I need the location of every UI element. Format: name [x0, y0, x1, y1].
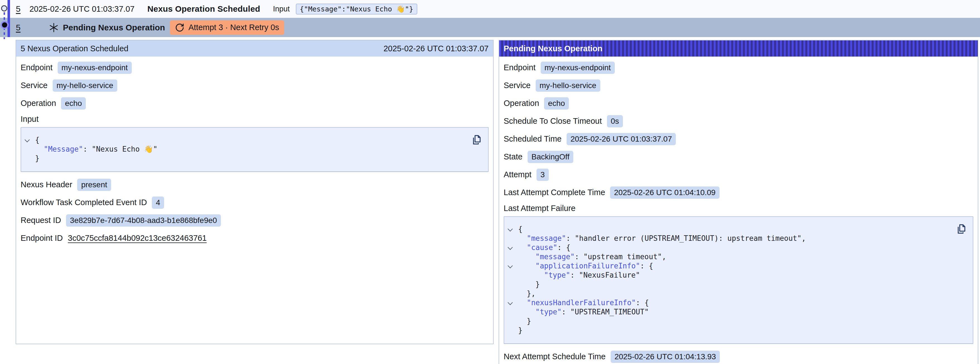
- field-label: Endpoint: [21, 63, 52, 72]
- event-title: Nexus Operation Scheduled: [147, 4, 260, 14]
- copy-button[interactable]: [470, 134, 482, 146]
- asterisk-icon: [48, 22, 59, 33]
- field-label: Service: [21, 81, 48, 90]
- field-row: Scheduled Time2025-02-26 UTC 01:03:37.07: [504, 133, 973, 145]
- field-label: Nexus Header: [21, 180, 72, 189]
- field-row: Next Attempt Schedule Time2025-02-26 UTC…: [504, 350, 973, 363]
- panel-timestamp: 2025-02-26 UTC 01:03:37.07: [383, 44, 488, 53]
- field-value-chip: 0s: [607, 115, 623, 128]
- field-label: Operation: [21, 99, 56, 108]
- event-timestamp: 2025-02-26 UTC 01:03:37.07: [30, 5, 135, 14]
- json-line: "cause": {: [504, 243, 956, 252]
- field-label: Scheduled Time: [504, 134, 562, 144]
- json-line: "nexusHandlerFailureInfo": {: [504, 298, 956, 307]
- pending-id-link[interactable]: 5: [16, 23, 21, 32]
- pending-node-selected-icon: [2, 22, 7, 27]
- retry-badge-label: Attempt 3 · Next Retry 0s: [188, 23, 279, 32]
- json-line: "message": "upstream timeout",: [504, 252, 956, 262]
- field-value-chip: 2025-02-26 UTC 01:04:10.09: [610, 187, 719, 199]
- field-row: Last Attempt Complete Time2025-02-26 UTC…: [504, 186, 973, 199]
- rotate-cw-icon: [175, 23, 185, 32]
- pending-detail-panel: Pending Nexus Operation Endpointmy-nexus…: [499, 40, 978, 364]
- event-detail-panel: 5 Nexus Operation Scheduled 2025-02-26 U…: [16, 40, 494, 344]
- field-row: Operationecho: [21, 97, 488, 110]
- field-row: Endpointmy-nexus-endpoint: [504, 61, 973, 74]
- field-label: Next Attempt Schedule Time: [504, 352, 606, 361]
- chevron-down-icon[interactable]: [24, 137, 30, 142]
- field-value-chip: my-hello-service: [536, 80, 600, 92]
- field-label: Schedule To Close Timeout: [504, 117, 602, 126]
- json-line: "message": "handler error (UPSTREAM_TIME…: [504, 234, 956, 243]
- field-value-chip: echo: [61, 97, 86, 110]
- field-value-chip: my-nexus-endpoint: [58, 62, 132, 74]
- field-label: Workflow Task Completed Event ID: [21, 198, 147, 207]
- detail-panels: 5 Nexus Operation Scheduled 2025-02-26 U…: [0, 40, 980, 364]
- field-row: Servicemy-hello-service: [21, 79, 488, 92]
- field-row: Endpointmy-nexus-endpoint: [21, 61, 488, 74]
- field-row: Servicemy-hello-service: [504, 79, 973, 92]
- json-line: {: [21, 136, 471, 145]
- field-label: Attempt: [504, 170, 531, 179]
- copy-button[interactable]: [955, 223, 967, 235]
- field-row: Workflow Task Completed Event ID4: [21, 196, 488, 209]
- field-value-chip: 3e829b7e-7d67-4b08-aad3-b1e868bfe9e0: [66, 214, 221, 227]
- event-id-link[interactable]: 5: [16, 4, 21, 14]
- json-line: }: [504, 280, 956, 289]
- field-row: Endpoint ID3c0c75ccfa8144b092c13ce632463…: [21, 231, 488, 245]
- json-line: }: [504, 317, 956, 326]
- timeline-accent-bar: [8, 0, 10, 37]
- json-line: {: [504, 225, 956, 234]
- event-detail-header: 5 Nexus Operation Scheduled 2025-02-26 U…: [16, 40, 493, 57]
- field-value-chip: 2025-02-26 UTC 01:04:13.93: [611, 351, 720, 363]
- input-block-label: Input: [21, 115, 488, 124]
- field-label: Operation: [504, 99, 539, 108]
- field-value-chip: my-nexus-endpoint: [541, 62, 615, 74]
- field-row: StateBackingOff: [504, 150, 973, 163]
- field-label: Last Attempt Complete Time: [504, 188, 605, 197]
- retry-badge: Attempt 3 · Next Retry 0s: [170, 20, 284, 35]
- chevron-down-icon[interactable]: [508, 226, 512, 231]
- chevron-down-icon[interactable]: [508, 245, 512, 250]
- field-value-chip: 2025-02-26 UTC 01:03:37.07: [566, 133, 676, 145]
- field-row: Schedule To Close Timeout0s: [504, 115, 973, 128]
- panel-title: Pending Nexus Operation: [504, 44, 603, 53]
- field-row: Request ID3e829b7e-7d67-4b08-aad3-b1e868…: [21, 214, 488, 227]
- json-line: }: [504, 326, 956, 335]
- field-row: Operationecho: [504, 97, 973, 110]
- failure-block-label: Last Attempt Failure: [504, 204, 973, 213]
- field-value-chip: 4: [152, 196, 164, 209]
- field-label: State: [504, 152, 523, 161]
- chevron-down-icon[interactable]: [508, 300, 512, 305]
- field-label: Endpoint: [504, 63, 536, 72]
- failure-json-block: {"message": "handler error (UPSTREAM_TIM…: [504, 216, 973, 344]
- field-value-chip: present: [77, 179, 111, 191]
- field-label: Endpoint ID: [21, 233, 63, 243]
- field-value-chip: BackingOff: [528, 151, 573, 163]
- json-line: "type": "NexusFailure": [504, 271, 956, 280]
- field-value-chip: my-hello-service: [52, 80, 117, 92]
- json-line: "Message": "Nexus Echo 👋": [21, 145, 471, 154]
- input-json-block: {"Message": "Nexus Echo 👋"}: [21, 127, 488, 172]
- field-label: Service: [504, 81, 531, 90]
- field-value-chip: 3: [536, 169, 549, 181]
- json-line: "applicationFailureInfo": {: [504, 262, 956, 271]
- endpoint-id-link[interactable]: 3c0c75ccfa8144b092c13ce632463761: [68, 233, 207, 243]
- field-row: Attempt3: [504, 168, 973, 181]
- field-row: Nexus Headerpresent: [21, 178, 488, 191]
- json-line: }: [21, 154, 471, 163]
- panel-title: 5 Nexus Operation Scheduled: [21, 44, 129, 53]
- event-row-scheduled[interactable]: 5 2025-02-26 UTC 01:03:37.07 Nexus Opera…: [0, 0, 980, 18]
- event-node-icon: [1, 5, 7, 11]
- json-line: },: [504, 289, 956, 298]
- json-line: "type": "UPSTREAM_TIMEOUT": [504, 307, 956, 317]
- pending-detail-header: Pending Nexus Operation: [499, 40, 978, 57]
- field-label: Request ID: [21, 216, 61, 225]
- input-preview-chip: {"Message":"Nexus Echo 👋"}: [296, 4, 417, 14]
- chevron-down-icon[interactable]: [508, 263, 512, 268]
- field-value-chip: echo: [544, 97, 569, 110]
- pending-operation-row[interactable]: 5 Pending Nexus Operation Attempt 3 · Ne…: [0, 18, 980, 37]
- pending-title: Pending Nexus Operation: [63, 23, 165, 32]
- input-label: Input: [273, 5, 290, 13]
